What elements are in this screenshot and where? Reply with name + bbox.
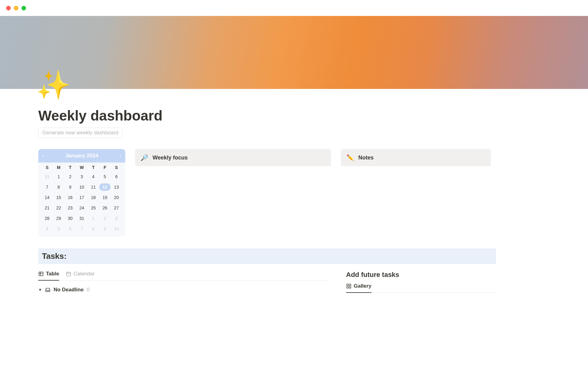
calendar-day[interactable]: 26 xyxy=(99,204,111,212)
calendar-day[interactable]: 7 xyxy=(41,183,53,191)
svg-rect-8 xyxy=(349,284,351,286)
window-chrome xyxy=(0,0,588,16)
calendar-widget: ‹ January 2024 › SMTWTFS3112345678910111… xyxy=(38,149,125,237)
tab-table-label: Table xyxy=(46,271,59,277)
calendar-day[interactable]: 31 xyxy=(41,173,53,180)
pencil-icon: ✏️ xyxy=(346,154,354,161)
tasks-heading: Tasks: xyxy=(38,248,496,264)
tasks-view-tabs: Table Calendar xyxy=(38,271,328,281)
calendar-day[interactable]: 11 xyxy=(88,183,99,191)
tab-calendar-label: Calendar xyxy=(74,271,95,277)
svg-rect-7 xyxy=(347,284,348,286)
calendar-day[interactable]: 3 xyxy=(76,173,88,180)
calendar-day[interactable]: 24 xyxy=(76,204,88,212)
calendar-day[interactable]: 8 xyxy=(88,225,99,232)
future-tasks-heading: Add future tasks xyxy=(346,271,496,279)
calendar-header: ‹ January 2024 › xyxy=(38,149,125,163)
calendar-day[interactable]: 22 xyxy=(53,204,65,212)
weekly-focus-card[interactable]: 🔎 Weekly focus xyxy=(135,149,331,166)
calendar-day[interactable]: 17 xyxy=(76,194,88,201)
calendar-dow: F xyxy=(99,165,111,170)
calendar-dow: W xyxy=(76,165,88,170)
calendar-day[interactable]: 14 xyxy=(41,194,53,201)
svg-rect-9 xyxy=(347,287,348,288)
calendar-prev-button[interactable]: ‹ xyxy=(43,153,44,158)
calendar-day[interactable]: 10 xyxy=(111,225,122,232)
calendar-month-label: January 2024 xyxy=(65,153,98,159)
page-icon[interactable]: ✨ xyxy=(36,71,70,99)
calendar-day[interactable]: 5 xyxy=(99,173,111,180)
calendar-day[interactable]: 5 xyxy=(53,225,65,232)
calendar-day[interactable]: 4 xyxy=(41,225,53,232)
calendar-day[interactable]: 9 xyxy=(64,183,76,191)
weekly-focus-label: Weekly focus xyxy=(153,155,188,161)
calendar-day[interactable]: 1 xyxy=(88,215,99,222)
svg-rect-10 xyxy=(349,287,351,288)
calendar-day[interactable]: 29 xyxy=(53,215,65,222)
window-minimize-button[interactable] xyxy=(14,6,18,10)
calendar-day[interactable]: 2 xyxy=(99,215,111,222)
calendar-icon xyxy=(66,271,71,277)
notes-card[interactable]: ✏️ Notes xyxy=(341,149,491,166)
calendar-day[interactable]: 4 xyxy=(88,173,99,180)
notes-label: Notes xyxy=(358,155,374,161)
calendar-day[interactable]: 31 xyxy=(76,215,88,222)
task-group-no-deadline[interactable]: ▼ No Deadline 0 xyxy=(38,287,328,293)
calendar-dow: M xyxy=(53,165,65,170)
calendar-day[interactable]: 6 xyxy=(64,225,76,232)
svg-rect-0 xyxy=(39,272,43,276)
calendar-day[interactable]: 23 xyxy=(64,204,76,212)
tab-calendar[interactable]: Calendar xyxy=(66,271,95,281)
calendar-day[interactable]: 1 xyxy=(53,173,65,180)
page-title[interactable]: Weekly dashboard xyxy=(38,89,496,124)
window-close-button[interactable] xyxy=(6,6,11,10)
calendar-day[interactable]: 12 xyxy=(99,183,111,191)
calendar-day[interactable]: 2 xyxy=(64,173,76,180)
calendar-day[interactable]: 30 xyxy=(64,215,76,222)
table-icon xyxy=(38,271,44,277)
calendar-next-button[interactable]: › xyxy=(119,153,121,158)
cover-image[interactable] xyxy=(0,16,588,89)
calendar-day[interactable]: 28 xyxy=(41,215,53,222)
task-group-label: No Deadline xyxy=(54,287,84,293)
calendar-day[interactable]: 6 xyxy=(111,173,122,180)
calendar-day[interactable]: 21 xyxy=(41,204,53,212)
tab-table[interactable]: Table xyxy=(38,271,59,281)
magnifier-icon: 🔎 xyxy=(141,154,148,161)
inbox-icon xyxy=(45,287,51,293)
tab-gallery[interactable]: Gallery xyxy=(346,283,371,293)
calendar-day[interactable]: 3 xyxy=(111,215,122,222)
calendar-day[interactable]: 8 xyxy=(53,183,65,191)
calendar-day[interactable]: 10 xyxy=(76,183,88,191)
tab-gallery-label: Gallery xyxy=(354,283,371,289)
svg-rect-3 xyxy=(66,272,71,276)
calendar-day[interactable]: 16 xyxy=(64,194,76,201)
calendar-dow: T xyxy=(64,165,76,170)
calendar-day[interactable]: 7 xyxy=(76,225,88,232)
calendar-day[interactable]: 18 xyxy=(88,194,99,201)
chevron-down-icon: ▼ xyxy=(38,288,42,292)
calendar-day[interactable]: 20 xyxy=(111,194,122,201)
calendar-day[interactable]: 19 xyxy=(99,194,111,201)
calendar-dow: T xyxy=(88,165,99,170)
calendar-dow: S xyxy=(111,165,122,170)
gallery-icon xyxy=(346,283,352,289)
calendar-dow: S xyxy=(41,165,53,170)
calendar-day[interactable]: 15 xyxy=(53,194,65,201)
calendar-day[interactable]: 13 xyxy=(111,183,122,191)
window-zoom-button[interactable] xyxy=(21,6,26,10)
generate-dashboard-button[interactable]: Generate new weekly dashboard xyxy=(38,128,123,138)
calendar-day[interactable]: 25 xyxy=(88,204,99,212)
task-group-count: 0 xyxy=(87,287,89,293)
calendar-day[interactable]: 27 xyxy=(111,204,122,212)
calendar-day[interactable]: 9 xyxy=(99,225,111,232)
